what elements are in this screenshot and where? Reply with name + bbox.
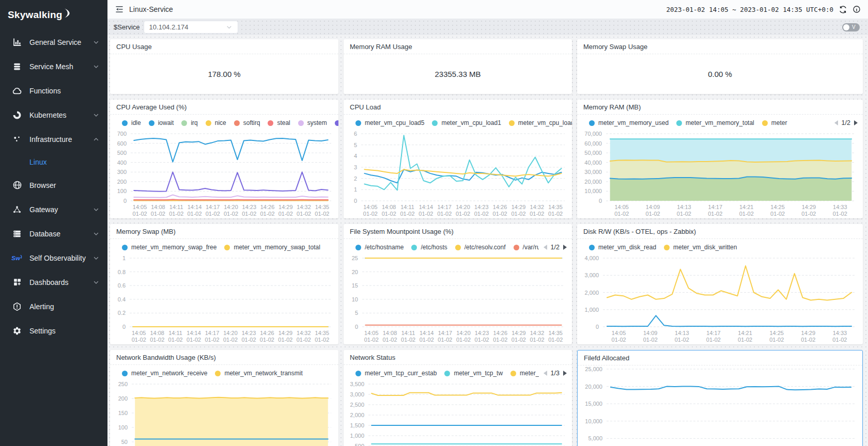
- legend-prev-icon[interactable]: [833, 120, 839, 126]
- card-title: Memory Swap (MB): [110, 224, 338, 239]
- chart-plot-network-bandwidth-usage[interactable]: 05010015020025014:0501-0214:0801-0214:11…: [110, 380, 338, 446]
- cpu-average-used-canvas[interactable]: 010020030040050060070014:0501-0214:0801-…: [110, 130, 338, 218]
- legend-marker: [589, 120, 595, 126]
- legend-prev-icon[interactable]: [542, 370, 548, 376]
- memory-ram-canvas[interactable]: 010,00020,00030,00040,00050,00060,00070,…: [577, 130, 863, 218]
- legend-marker: [355, 245, 361, 250]
- info-icon[interactable]: [853, 5, 861, 13]
- svg-text:14:17: 14:17: [708, 204, 723, 210]
- chart-card-disk-rw: Disk R/W (KB/s - OTEL, ops - Zabbix)mete…: [577, 224, 863, 344]
- legend-item-meter-vm-cpu-load5[interactable]: meter_vm_cpu_load5: [355, 119, 424, 126]
- legend-item-var-rur[interactable]: /var/rur: [514, 244, 542, 251]
- legend-item-user[interactable]: user: [335, 119, 338, 126]
- svg-text:01-02: 01-02: [241, 337, 256, 343]
- legend-marker: [335, 120, 338, 126]
- legend-item-meter-vm-cpu-load1[interactable]: meter_vm_cpu_load1: [432, 119, 501, 126]
- sidebar-item-kubernetes[interactable]: Kubernetes: [0, 103, 107, 127]
- legend-item-etc-hosts[interactable]: /etc/hosts: [411, 244, 447, 251]
- page-title: Linux-Service: [129, 5, 173, 13]
- chart-plot-memory-ram[interactable]: 010,00020,00030,00040,00050,00060,00070,…: [577, 130, 863, 218]
- time-range-picker[interactable]: 2023-01-02 14:05 ~ 2023-01-02 14:35 UTC+…: [666, 6, 833, 13]
- svg-text:01-02: 01-02: [224, 211, 238, 217]
- svg-text:10: 10: [352, 296, 358, 302]
- legend-item-meter-vm-tcp-curr-estab[interactable]: meter_vm_tcp_curr_estab: [355, 370, 437, 377]
- svg-text:14:23: 14:23: [242, 330, 256, 336]
- legend-item-system[interactable]: system: [298, 119, 327, 126]
- metric-card-memory-ram-usage: Memory RAM Usage23355.33MB: [344, 39, 572, 94]
- chart-plot-disk-rw[interactable]: 01,0002,0003,0004,00014:0501-0214:0901-0…: [577, 254, 863, 344]
- svg-text:15: 15: [352, 282, 358, 289]
- app-logo[interactable]: Skywalking: [0, 0, 107, 30]
- legend-item-meter-vm-tcp-tw[interactable]: meter_vm_tcp_tw: [444, 370, 503, 377]
- legend-item-idle[interactable]: idle: [122, 119, 141, 126]
- chart-plot-cpu-average-used[interactable]: 010020030040050060070014:0501-0214:0801-…: [110, 130, 338, 218]
- svg-text:14:26: 14:26: [493, 330, 508, 336]
- sidebar-item-self-observability[interactable]: SwSelf Observability: [0, 246, 107, 270]
- sidebar-item-database[interactable]: Database: [0, 221, 107, 246]
- legend-item-meter-vm-memory-swap-total[interactable]: meter_vm_memory_swap_total: [224, 244, 320, 251]
- chart-plot-memory-swap[interactable]: 00.20.40.60.8114:0501-0214:0801-0214:110…: [110, 254, 338, 344]
- filesystem-mountpoint-usage-canvas[interactable]: 051015202514:0501-0214:0801-0214:1101-02…: [344, 254, 572, 344]
- cpu-load-canvas[interactable]: 012345614:0501-0214:0801-0214:1101-0214:…: [344, 130, 572, 218]
- legend-item-meter-vm-cpu-load15[interactable]: meter_vm_cpu_load15: [509, 119, 572, 126]
- refresh-icon[interactable]: [839, 5, 847, 14]
- network-bandwidth-usage-canvas[interactable]: 05010015020025014:0501-0214:0801-0214:11…: [110, 380, 338, 446]
- chart-plot-filefd-allocated[interactable]: 05,00010,00015,00020,00025,00014:0501-02…: [578, 365, 862, 446]
- sidebar-item-infrastructure[interactable]: Infrastructure: [0, 127, 107, 151]
- svg-text:01-02: 01-02: [242, 211, 256, 217]
- legend-next-icon[interactable]: [563, 370, 568, 376]
- svg-text:01-02: 01-02: [474, 211, 489, 217]
- sidebar-item-gateway[interactable]: Gateway: [0, 197, 107, 221]
- legend-item-iowait[interactable]: iowait: [149, 119, 174, 126]
- view-toggle[interactable]: V: [842, 23, 860, 31]
- legend-item-meter-vm-disk-read[interactable]: meter_vm_disk_read: [589, 244, 656, 251]
- chart-legend: meter_vm_cpu_load5meter_vm_cpu_load1mete…: [344, 115, 572, 130]
- svg-text:3,000: 3,000: [584, 272, 599, 278]
- filefd-allocated-canvas[interactable]: 05,00010,00015,00020,00025,00014:0501-02…: [578, 365, 862, 446]
- legend-next-icon[interactable]: [563, 244, 568, 250]
- sidebar-item-service-mesh[interactable]: Service Mesh: [0, 54, 107, 78]
- svg-text:14:35: 14:35: [548, 330, 563, 336]
- chart-plot-network-status[interactable]: 05001,0001,5002,0002,5003,0003,50014:050…: [344, 380, 572, 446]
- sidebar-item-functions[interactable]: Functions: [0, 78, 107, 103]
- memory-swap-canvas[interactable]: 00.20.40.60.8114:0501-0214:0801-0214:110…: [110, 254, 338, 344]
- svg-text:20: 20: [352, 269, 358, 275]
- legend-marker: [122, 371, 128, 376]
- gear-icon: [11, 325, 23, 337]
- sidebar-item-settings[interactable]: Settings: [0, 318, 107, 343]
- legend-item-meter-vm-network-receive[interactable]: meter_vm_network_receive: [122, 370, 207, 377]
- svg-text:5: 5: [354, 142, 357, 148]
- legend-item-meter[interactable]: meter: [762, 119, 787, 126]
- legend-item-meter-vm-memory-used[interactable]: meter_vm_memory_used: [589, 119, 669, 126]
- sidebar-item-general-service[interactable]: General Service: [0, 30, 107, 54]
- disk-rw-canvas[interactable]: 01,0002,0003,0004,00014:0501-0214:0901-0…: [577, 254, 863, 344]
- svg-text:14:29: 14:29: [278, 330, 293, 336]
- legend-item-irq[interactable]: irq: [181, 119, 197, 126]
- service-select[interactable]: 10.104.2.174: [144, 21, 238, 34]
- legend-marker: [122, 120, 128, 126]
- chart-plot-cpu-load[interactable]: 012345614:0501-0214:0801-0214:1101-0214:…: [344, 130, 572, 218]
- chart-plot-filesystem-mountpoint-usage[interactable]: 051015202514:0501-0214:0801-0214:1101-02…: [344, 254, 572, 344]
- legend-item-nice[interactable]: nice: [206, 119, 226, 126]
- sidebar-item-linux[interactable]: Linux: [0, 151, 107, 173]
- legend-item-etc-resolv-conf[interactable]: /etc/resolv.conf: [455, 244, 506, 251]
- legend-item-meter-vm-memory-total[interactable]: meter_vm_memory_total: [676, 119, 754, 126]
- collapse-menu-icon[interactable]: [115, 5, 124, 14]
- sidebar-item-browser[interactable]: Browser: [0, 173, 107, 197]
- legend-item-meter-vm-memory-swap-free[interactable]: meter_vm_memory_swap_free: [122, 244, 216, 251]
- legend-next-icon[interactable]: [854, 120, 859, 126]
- sidebar-item-alerting[interactable]: Alerting: [0, 294, 107, 318]
- sidebar-item-dashboards[interactable]: Dashboards: [0, 270, 107, 294]
- legend-item-meter-vm-disk-written[interactable]: meter_vm_disk_written: [664, 244, 737, 251]
- legend-item-etc-hostname[interactable]: /etc/hostname: [355, 244, 404, 251]
- legend-item-softirq[interactable]: softirq: [234, 119, 260, 126]
- network-status-canvas[interactable]: 05001,0001,5002,0002,5003,0003,50014:050…: [344, 380, 572, 446]
- legend-prev-icon[interactable]: [542, 244, 548, 250]
- svg-text:14:05: 14:05: [363, 204, 378, 210]
- legend-item-steal[interactable]: steal: [268, 119, 290, 126]
- legend-marker: [676, 120, 682, 126]
- legend-item-meter-vm-network-transmit[interactable]: meter_vm_network_transmit: [215, 370, 302, 377]
- svg-text:01-02: 01-02: [205, 337, 219, 343]
- service-variable-label: $Service: [114, 23, 140, 31]
- svg-text:01-02: 01-02: [168, 337, 183, 343]
